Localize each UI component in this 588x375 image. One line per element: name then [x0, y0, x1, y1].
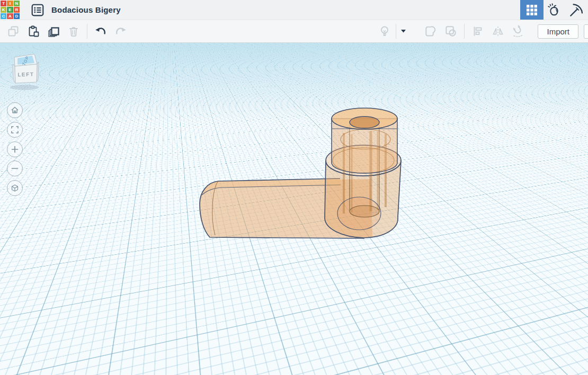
toolbar-separator	[396, 24, 396, 39]
design-title: Bodacious Bigery	[51, 5, 121, 14]
undo-button[interactable]	[91, 21, 111, 41]
toolbar-separator	[87, 24, 87, 39]
delete-button[interactable]	[64, 21, 84, 41]
view-cube-front-label: LEFT	[17, 71, 34, 77]
falling-apple-icon	[547, 3, 562, 17]
chevron-down-icon	[401, 30, 406, 33]
view-mode-3d-editor-button[interactable]	[520, 0, 544, 20]
copy-button[interactable]	[3, 21, 23, 41]
group-icon	[424, 24, 438, 38]
paste-button[interactable]	[23, 21, 43, 41]
align-button[interactable]	[468, 21, 488, 41]
workplane-canvas[interactable]: TOP LEFT	[0, 43, 588, 375]
view-mode-blocks-button[interactable]	[565, 0, 588, 20]
zoom-in-button[interactable]	[7, 141, 23, 157]
mirror-icon	[492, 25, 504, 38]
ungroup-icon	[444, 24, 458, 38]
pickaxe-icon	[568, 2, 584, 18]
fit-view-button[interactable]	[7, 122, 23, 138]
fit-view-icon	[11, 126, 19, 134]
edit-toolbar: Import	[0, 20, 588, 43]
align-icon	[471, 25, 484, 38]
perspective-cube-icon	[11, 184, 19, 192]
trash-icon	[67, 25, 80, 38]
duplicate-icon	[47, 24, 60, 38]
duplicate-button[interactable]	[43, 21, 64, 41]
perspective-toggle-button[interactable]	[7, 180, 23, 196]
view-mode-sim-lab-button[interactable]	[544, 0, 565, 20]
zoom-out-button[interactable]	[7, 160, 23, 176]
redo-button[interactable]	[111, 21, 131, 41]
magnet-button[interactable]	[508, 21, 528, 41]
plus-icon	[11, 145, 19, 154]
model-pipe-shape[interactable]	[0, 43, 588, 375]
home-icon	[11, 106, 19, 114]
partial-right-button[interactable]	[584, 24, 588, 39]
design-menu-button[interactable]	[30, 3, 44, 17]
ungroup-button[interactable]	[441, 21, 461, 41]
list-icon	[31, 3, 44, 17]
lightbulb-icon	[378, 25, 391, 38]
minus-icon	[11, 164, 19, 173]
view-cube[interactable]: TOP LEFT	[8, 50, 43, 93]
group-button[interactable]	[421, 21, 441, 41]
copy-icon	[7, 25, 20, 38]
toolbar-separator	[464, 24, 465, 39]
import-button[interactable]: Import	[538, 24, 578, 39]
view-cube-shadow	[10, 85, 39, 90]
redo-icon	[114, 24, 128, 38]
tinkercad-logo[interactable]: T I N K E R C A D	[0, 0, 20, 20]
top-bar: T I N K E R C A D Bodacious Bigery	[0, 0, 588, 20]
mirror-button[interactable]	[488, 21, 508, 41]
grid-blocks-icon	[527, 5, 537, 15]
paste-icon	[27, 25, 40, 38]
magnet-icon	[511, 24, 525, 38]
show-hide-button[interactable]	[375, 21, 395, 41]
show-hide-dropdown-button[interactable]	[397, 21, 409, 41]
home-view-button[interactable]	[7, 102, 23, 118]
undo-icon	[94, 24, 108, 38]
